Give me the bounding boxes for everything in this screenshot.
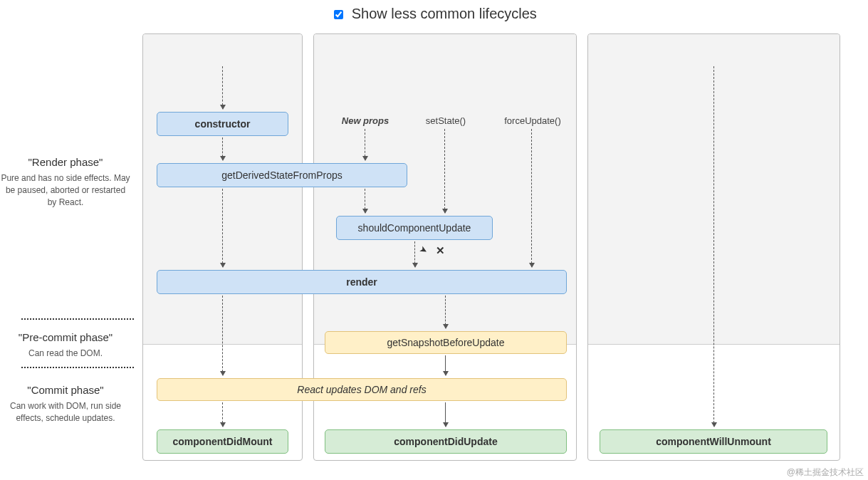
arrow-should-render — [414, 241, 415, 267]
node-get-snapshot-before-update[interactable]: getSnapshotBeforeUpdate — [325, 331, 567, 354]
node-component-did-mount[interactable]: componentDidMount — [157, 429, 288, 454]
phase-precommit-title: "Pre-commit phase" — [0, 330, 131, 345]
arrow-updates-didupdate — [445, 402, 446, 427]
arrow-mount-5 — [222, 402, 223, 427]
label-force-update: forceUpdate() — [497, 113, 568, 127]
node-react-updates-dom-and-refs: React updates DOM and refs — [157, 378, 567, 401]
toggle-show-less-common[interactable]: Show less common lifecycles — [331, 6, 537, 21]
separator-1 — [21, 318, 134, 320]
arrow-derived-should — [365, 189, 365, 213]
node-component-did-update[interactable]: componentDidUpdate — [325, 429, 567, 454]
label-new-props: New props — [333, 113, 397, 127]
phase-render-desc: Pure and has no side effects. May be pau… — [0, 172, 131, 208]
arrow-mount-3 — [222, 189, 223, 267]
arrow-setstate-should — [444, 129, 445, 213]
lifecycle-diagram: "Render phase" Pure and has no side effe… — [0, 33, 868, 468]
phase-precommit-desc: Can read the DOM. — [0, 348, 131, 360]
toggle-label: Show less common lifecycles — [352, 6, 537, 21]
arrow-snapshot-updates — [445, 355, 446, 375]
arrow-render-snapshot — [445, 296, 446, 328]
watermark: @稀土掘金技术社区 — [787, 466, 864, 479]
node-constructor[interactable]: constructor — [157, 112, 288, 136]
node-render[interactable]: render — [157, 270, 567, 294]
arrow-newprops-derived — [365, 129, 365, 160]
arrow-unmount — [713, 66, 714, 427]
arrow-mount-2 — [222, 137, 223, 160]
arrow-forceupdate-render — [531, 129, 532, 267]
phase-render-title: "Render phase" — [0, 155, 131, 169]
phase-sidebar: "Render phase" Pure and has no side effe… — [0, 33, 135, 468]
phase-precommit: "Pre-commit phase" Can read the DOM. — [0, 330, 135, 360]
phase-commit-title: "Commit phase" — [0, 382, 131, 397]
phase-commit-desc: Can work with DOM, run side effects, sch… — [0, 400, 131, 424]
phase-commit: "Commit phase" Can work with DOM, run si… — [0, 382, 135, 424]
node-get-derived-state-from-props[interactable]: getDerivedStateFromProps — [157, 163, 407, 187]
phase-render: "Render phase" Pure and has no side effe… — [0, 155, 135, 208]
node-should-component-update[interactable]: shouldComponentUpdate — [336, 216, 493, 240]
node-component-will-unmount[interactable]: componentWillUnmount — [600, 429, 827, 454]
separator-2 — [21, 367, 134, 368]
label-set-state: setState() — [417, 113, 474, 127]
toggle-checkbox[interactable] — [334, 10, 343, 19]
arrow-mount-4 — [222, 296, 223, 375]
x-icon: ✕ — [436, 244, 445, 257]
arrow-mount-1 — [222, 66, 223, 109]
